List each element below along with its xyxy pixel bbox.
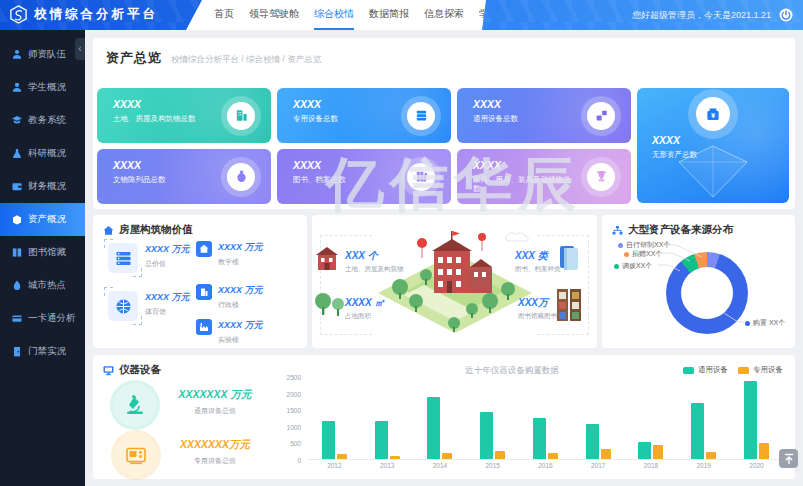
tab-cockpit[interactable]: 领导驾驶舱 [249,0,299,30]
bookshelf-illustration [555,287,583,323]
bar-专用设备[interactable] [548,453,558,459]
bar-chart-title: 近十年仪器设备购置数据 [412,365,612,377]
bar-通用设备[interactable] [586,424,599,459]
y-axis-tick: 2500 [287,374,301,381]
sidebar-item-finance[interactable]: 财务概况 [0,170,85,203]
bar-专用设备[interactable] [706,452,716,459]
grad-cap-icon [12,115,22,126]
bar-专用设备[interactable] [442,453,452,459]
bar-group[interactable]: 2013 [375,378,400,459]
sidebar-item-assets[interactable]: 资产概况 [0,203,85,236]
monitor-icon [103,365,114,376]
stat-card-books-archives[interactable]: XXXX 图书、档案总数 [277,149,451,204]
bar-通用设备[interactable] [744,381,757,459]
sidebar-item-library[interactable]: 图书馆藏 [0,236,85,269]
bar-通用设备[interactable] [691,403,704,459]
door-icon [12,346,22,357]
bar-group[interactable]: 2020 [744,378,769,459]
tab-data-report[interactable]: 数据简报 [369,0,409,30]
app-title: 校情综合分析平台 [34,6,158,23]
y-axis-ticks: 25002000150010005000 [271,374,301,464]
user-greeting: 您好超级管理员，今天是2021.1.21 [632,0,771,30]
y-axis-tick: 2000 [287,391,301,398]
flame-icon [12,280,22,291]
bar-group[interactable]: 2017 [586,378,611,459]
gym-value-item: XXXX 万元 体育馆 [108,291,190,321]
app-logo: 校情综合分析平台 [9,5,158,24]
glass-pyramid-icon [673,144,753,200]
sidebar-item-students[interactable]: 学生概况 [0,71,85,104]
basketball-icon [108,291,138,321]
general-equipment-value: XXXXXXX 万元 通用设备总值 [155,388,275,416]
bar-专用设备[interactable] [337,454,347,459]
total-value-item: XXXX 万元 总价值 [108,243,190,273]
sidebar-collapse-icon[interactable]: ‹ [75,38,85,60]
x-axis-tick: 2017 [591,462,605,469]
bar-通用设备[interactable] [427,397,440,459]
tab-campus-overview[interactable]: 综合校情 [314,0,354,30]
admin-building-item: XXXX 万元 行政楼 [196,284,263,310]
stat-card-land-buildings[interactable]: XXXX 土地、房屋及构筑物总数 [97,88,271,143]
callout-donated: 捐赠XX个 [624,249,662,259]
sidebar-item-access[interactable]: 门禁实况 [0,335,85,368]
equipment-source-panel: 大型资产设备来源分布 自行研制XX个 捐赠XX个 调拨XX个 购置 XX个 [602,215,795,348]
machine-icon [114,433,158,477]
teaching-building-item: XXXX 万元 教学楼 [196,241,263,267]
house-icon [103,225,114,236]
stat-card-general-equipment[interactable]: XXXX 通用设备总数 [457,88,631,143]
sidebar-item-hotspots[interactable]: 城市热点 [0,269,85,302]
legend-general-equipment[interactable]: 通用设备 [683,365,728,375]
tab-home[interactable]: 首页 [214,0,234,30]
lab-building-item: XXXX 万元 实验楼 [196,319,263,345]
sidebar-item-academic[interactable]: 教务系统 [0,104,85,137]
bar-专用设备[interactable] [601,449,611,459]
legend-special-equipment[interactable]: 专用设备 [738,365,783,375]
x-axis-tick: 2012 [327,462,341,469]
x-axis-tick: 2014 [433,462,447,469]
bar-专用设备[interactable] [390,456,400,459]
sidebar-item-teachers[interactable]: 师资队伍 [0,38,85,71]
sidebar-item-research[interactable]: 科研概况 [0,137,85,170]
money-box-icon: ¥ [696,97,730,131]
bar-通用设备[interactable] [322,421,335,459]
x-axis-tick: 2013 [380,462,394,469]
server-icon [407,102,435,130]
office-building-icon [196,284,212,300]
dashboard-screen: 校情综合分析平台 首页 领导驾驶舱 综合校情 数据简报 信息探索 学生门禁 您好… [0,0,803,486]
bar-group[interactable]: 2012 [322,378,347,459]
books-icon [407,163,435,191]
bar-group[interactable]: 2016 [533,378,558,459]
x-axis-tick: 2016 [538,462,552,469]
back-to-top-button[interactable] [779,449,798,468]
flask-icon [12,148,22,159]
stat-card-intangible-assets[interactable]: ¥ XXXX 无形资产总数 [637,88,789,203]
bar-group[interactable]: 2019 [691,378,716,459]
trees-illustration [314,291,348,317]
stat-card-cultural-relics[interactable]: XXXX 文物陈列品总数 [97,149,271,204]
sidebar-item-card-analysis[interactable]: 一卡通分析 [0,302,85,335]
bar-通用设备[interactable] [638,442,651,459]
bar-通用设备[interactable] [375,421,388,459]
bar-group[interactable]: 2014 [427,378,452,459]
bar-通用设备[interactable] [533,418,546,459]
logout-power-icon[interactable] [779,8,793,22]
bar-专用设备[interactable] [495,451,505,459]
y-axis-tick: 500 [290,440,301,447]
y-axis-tick: 0 [297,457,301,464]
bar-group[interactable]: 2018 [638,378,663,459]
bar-通用设备[interactable] [480,412,493,459]
teacher-icon [12,49,22,60]
tab-student-access[interactable]: 学生门禁 [479,0,519,30]
stat-card-special-equipment[interactable]: XXXX 专用设备总数 [277,88,451,143]
x-axis-tick: 2019 [697,462,711,469]
stat-card-furniture[interactable]: XXXX 家具、用具、装具及动植物总数 [457,149,631,204]
vase-icon [227,163,255,191]
bar-group[interactable]: 2015 [480,378,505,459]
legend-dot [614,264,619,269]
x-axis-tick: 2018 [644,462,658,469]
legend-dot [745,321,750,326]
bar-专用设备[interactable] [653,445,663,459]
bar-专用设备[interactable] [759,443,769,459]
tab-info-explore[interactable]: 信息探索 [424,0,464,30]
campus-illustration-panel: XXX 个 土地、房屋及构筑物 XXXX ㎡ 占地面积 XXX 类 图书、档案种… [312,215,597,348]
